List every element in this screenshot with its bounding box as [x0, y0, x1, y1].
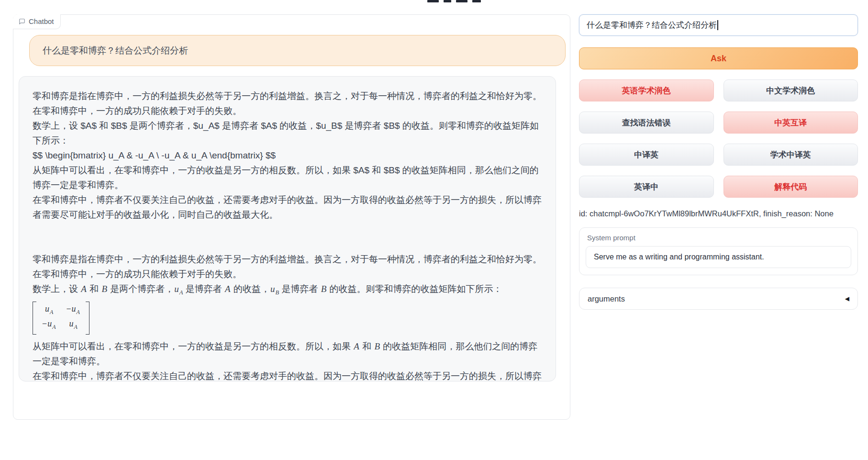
- chatbot-panel[interactable]: Chatbot 什么是零和博弈？结合公式介绍分析 零和博弈是指在博弈中，一方的利…: [13, 14, 570, 420]
- title-glyph-fragment: [472, 0, 481, 2]
- paragraph-gap: [33, 222, 542, 252]
- question-input[interactable]: 什么是零和博弈？结合公式介绍分析: [579, 14, 858, 36]
- bot-paragraph: 从矩阵中可以看出，在零和博弈中，一方的收益是另一方的相反数。所以，如果 $A$ …: [33, 163, 542, 192]
- bot-paragraph: 数学上，设 $A$ 和 $B$ 是两个博弈者，$u_A$ 是博弈者 $A$ 的收…: [33, 118, 542, 148]
- collapse-arrow-icon: ◀: [845, 295, 849, 302]
- title-glyph-fragment: [444, 0, 451, 2]
- bot-paragraph: 零和博弈是指在博弈中，一方的利益损失必然等于另一方的利益增益。换言之，对于每一种…: [33, 252, 542, 281]
- matrix-cell: −uA: [66, 303, 79, 318]
- matrix-cell: −uA: [42, 318, 56, 333]
- bot-paragraph-latex-source: $$ \begin{bmatrix} u_A & -u_A \ -u_A & u…: [33, 148, 542, 163]
- system-prompt-label: System prompt: [586, 234, 851, 242]
- chat-bubble-icon: [19, 18, 25, 25]
- math-matrix: uA −uA −uA uA: [33, 302, 89, 335]
- title-glyph-fragment: [427, 0, 439, 2]
- bot-message-rendered-block: 零和博弈是指在博弈中，一方的利益损失必然等于另一方的利益增益。换言之，对于每一种…: [33, 252, 542, 381]
- quick-button-academic-zh-to-en[interactable]: 学术中译英: [723, 144, 858, 166]
- matrix-cell: uA: [42, 303, 56, 318]
- title-glyph-fragment: [456, 0, 467, 2]
- arguments-accordion-label: arguments: [588, 294, 625, 303]
- arguments-accordion[interactable]: arguments ◀: [579, 288, 858, 310]
- quick-button-zh-academic-polish[interactable]: 中文学术润色: [723, 79, 858, 101]
- quick-button-en-to-zh[interactable]: 英译中: [579, 176, 714, 198]
- question-input-value: 什么是零和博弈？结合公式介绍分析: [587, 20, 717, 31]
- bot-message-panel: 零和博弈是指在博弈中，一方的利益损失必然等于另一方的利益增益。换言之，对于每一种…: [19, 76, 556, 381]
- quick-button-en-academic-polish[interactable]: 英语学术润色: [579, 79, 714, 101]
- api-status-text: id: chatcmpl-6wOo7KrYTwMl89lbrMWRu4UkFFX…: [579, 209, 858, 218]
- matrix-right-bracket: [86, 302, 89, 335]
- matrix-left-bracket: [33, 302, 36, 335]
- system-prompt-card: System prompt Serve me as a writing and …: [579, 227, 858, 275]
- bot-paragraph: 在零和博弈中，博弈者不仅要关注自己的收益，还需要考虑对手的收益。因为一方取得的收…: [33, 369, 542, 381]
- chatbot-label: Chatbot: [13, 14, 61, 29]
- bot-paragraph: 在零和博弈中，博弈者不仅要关注自己的收益，还需要考虑对手的收益。因为一方取得的收…: [33, 192, 542, 222]
- chatbot-label-text: Chatbot: [29, 17, 54, 25]
- control-column: 什么是零和博弈？结合公式介绍分析 Ask 英语学术润色 中文学术润色 查找语法错…: [579, 14, 858, 310]
- quick-button-zh-en-mutual-translate[interactable]: 中英互译: [723, 112, 858, 134]
- bot-paragraph-with-math: 数学上，设 A 和 B 是两个博弈者，uA 是博弈者 A 的收益，uB 是博弈者…: [33, 281, 542, 300]
- bot-message-raw-block: 零和博弈是指在博弈中，一方的利益损失必然等于另一方的利益增益。换言之，对于每一种…: [33, 89, 542, 222]
- user-message-bubble: 什么是零和博弈？结合公式介绍分析: [29, 35, 566, 66]
- quick-action-grid: 英语学术润色 中文学术润色 查找语法错误 中英互译 中译英 学术中译英 英译中 …: [579, 79, 858, 198]
- quick-button-find-grammar-errors[interactable]: 查找语法错误: [579, 112, 714, 134]
- bot-paragraph: 零和博弈是指在博弈中，一方的利益损失必然等于另一方的利益增益。换言之，对于每一种…: [33, 89, 542, 118]
- bot-paragraph-with-math: 从矩阵中可以看出，在零和博弈中，一方的收益是另一方的相反数。所以，如果 A 和 …: [33, 339, 542, 369]
- clipped-page-title: [427, 0, 481, 3]
- matrix-cell: uA: [66, 318, 79, 333]
- text-cursor: [717, 20, 718, 30]
- system-prompt-input[interactable]: Serve me as a writing and programming as…: [586, 246, 851, 268]
- quick-button-zh-to-en[interactable]: 中译英: [579, 144, 714, 166]
- ask-button[interactable]: Ask: [579, 47, 858, 69]
- quick-button-explain-code[interactable]: 解释代码: [723, 176, 858, 198]
- user-message-text: 什么是零和博弈？结合公式介绍分析: [43, 45, 188, 57]
